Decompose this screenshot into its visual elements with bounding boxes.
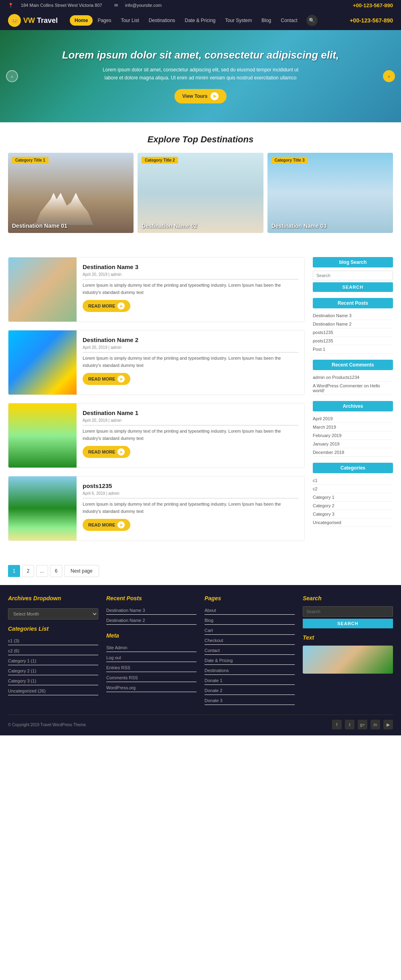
footer-meta-entries-rss[interactable]: Entries RSS [106,665,130,670]
recent-post-link-1[interactable]: Destination Name 3 [313,313,352,318]
archive-link-3[interactable]: February 2019 [313,433,342,438]
blog-section: Destination Name 3 April 20, 2019 | admi… [0,257,401,561]
footer-meta-comments-rss[interactable]: Comments RSS [106,675,138,680]
nav-blog[interactable]: Blog [257,15,276,26]
social-twitter-icon[interactable]: t [345,720,354,729]
footer-cat-link-4[interactable]: Category 2 (1) [8,668,36,673]
footer-page-donate-2[interactable]: Donate 2 [205,688,223,693]
nav-contact[interactable]: Contact [276,15,302,26]
destination-card-3[interactable]: Category Title 3 Destination Name 03 [267,153,393,233]
footer-recent-posts-list: Destination Name 3 Destination Name 2 [106,606,196,625]
list-item: January 2019 [313,440,393,448]
nav-tour-list[interactable]: Tour List [116,15,144,26]
page-btn-2[interactable]: 2 [22,565,34,577]
category-link-6[interactable]: Uncategorised [313,520,341,525]
category-link-3[interactable]: Category 1 [313,495,334,500]
blog-post-3-read-more[interactable]: READ MORE ➤ [83,446,130,458]
footer-cat-link-1[interactable]: c1 (3) [8,638,19,643]
page-btn-6[interactable]: 6 [50,565,62,577]
destination-card-1[interactable]: Category Title 1 Destination Name 01 [8,153,134,233]
hero-next-arrow[interactable]: › [383,70,395,82]
nav-destinations[interactable]: Destinations [144,15,180,26]
nav-search-button[interactable]: 🔍 [306,15,318,26]
social-youtube-icon[interactable]: ▶ [383,720,393,729]
footer-meta-site-admin[interactable]: Site Admin [106,645,128,650]
recent-post-link-4[interactable]: posts1235 [313,338,333,343]
footer-cat-link-5[interactable]: Category 3 (1) [8,678,36,683]
footer-recent-post-2[interactable]: Destination Name 2 [106,618,145,623]
recent-comment-link-1[interactable]: admin on Products1234 [313,375,359,380]
social-googleplus-icon[interactable]: g+ [358,720,367,729]
footer-page-blog[interactable]: Blog [205,618,213,623]
category-link-4[interactable]: Category 2 [313,503,334,508]
list-item: Category 1 (1) [8,657,98,665]
dest-card-3-image [267,153,393,233]
footer-categories-title: Categories List [8,626,98,632]
hero-cta-arrow: ➤ [211,92,219,100]
blog-post-4-thumbnail [8,476,77,541]
footer-cat-link-3[interactable]: Category 1 (1) [8,658,36,663]
footer-recent-post-1[interactable]: Destination Name 3 [106,608,145,613]
footer-categories-list: c1 (3) c2 (6) Category 1 (1) Category 2 … [8,637,98,695]
blog-post-4-image [8,476,77,541]
sidebar-search-button[interactable]: SEARCH [313,282,393,292]
footer-cat-link-6[interactable]: Uncategorized (26) [8,688,46,693]
blog-post-4-read-more[interactable]: READ MORE ➤ [83,519,130,531]
archive-link-1[interactable]: April 2019 [313,416,333,421]
nav-home[interactable]: Home [70,15,93,26]
category-link-1[interactable]: c1 [313,478,318,483]
nav-tour-system[interactable]: Tour System [221,15,257,26]
address-icon: 📍 [8,3,14,8]
recent-post-link-5[interactable]: Post 1 [313,347,325,352]
list-item: Log out [106,654,196,662]
page-btn-dots[interactable]: ... [36,565,48,577]
list-item: c2 [313,485,393,493]
blog-post-2-read-more[interactable]: READ MORE ➤ [83,373,130,385]
list-item: Uncategorized (26) [8,687,98,695]
archive-link-5[interactable]: December 2018 [313,450,344,455]
footer-page-checkout[interactable]: Checkout [205,638,223,643]
category-link-2[interactable]: c2 [313,486,318,491]
recent-post-link-2[interactable]: Destination Name 2 [313,322,352,326]
hero-cta-label: View Tours [182,93,208,99]
destination-card-2[interactable]: Category Title 2 Destination Name 02 [138,153,263,233]
footer-month-select[interactable]: Select Month [8,608,98,620]
recent-comment-link-2[interactable]: A WordPress Commenter on Hello world! [313,383,380,393]
list-item: posts1235 [313,328,393,337]
footer-page-destinations[interactable]: Destinations [205,668,229,673]
social-facebook-icon[interactable]: f [332,720,342,729]
blog-post-1: Destination Name 3 April 20, 2019 | admi… [8,257,305,322]
footer-meta-wordpress[interactable]: WordPress.org [106,685,136,690]
sidebar-search-input[interactable] [313,271,393,280]
nav-date-pricing[interactable]: Date & Pricing [180,15,221,26]
footer-page-cart[interactable]: Cart [205,628,213,633]
footer-page-contact[interactable]: Contact [205,648,220,653]
footer-search-button[interactable]: SEARCH [303,619,393,628]
footer-page-donate-3[interactable]: Donate 3 [205,698,223,703]
blog-post-1-read-more[interactable]: READ MORE ➤ [83,300,130,312]
dest-card-2-name: Destination Name 02 [142,223,197,229]
list-item: Category 1 [313,493,393,502]
footer-page-about[interactable]: About [205,608,216,613]
sidebar-archives-list: April 2019 March 2019 February 2019 Janu… [313,415,393,457]
list-item: Category 3 [313,510,393,518]
category-link-5[interactable]: Category 3 [313,512,334,516]
footer-page-date-pricing[interactable]: Date & Pricing [205,658,233,663]
footer-meta-logout[interactable]: Log out [106,655,121,660]
hero-prev-arrow[interactable]: ‹ [6,70,18,82]
footer-page-donate-1[interactable]: Donate 1 [205,678,223,683]
recent-post-link-3[interactable]: posts1235 [313,330,333,335]
list-item: February 2019 [313,431,393,440]
page-btn-next[interactable]: Next page [64,565,99,577]
logo-brand: Travel [37,16,58,24]
sidebar-recent-posts: Recent Posts Destination Name 3 Destinat… [313,298,393,354]
page-btn-1[interactable]: 1 [8,565,20,577]
social-linkedin-icon[interactable]: in [371,720,380,729]
archive-link-4[interactable]: January 2019 [313,441,340,446]
footer-search-input[interactable] [303,606,393,617]
archive-link-2[interactable]: March 2019 [313,425,336,429]
footer-pages-widget: Pages About Blog Cart Checkout Contact D… [205,595,295,707]
nav-pages[interactable]: Pages [93,15,116,26]
hero-cta-button[interactable]: View Tours ➤ [174,89,227,103]
footer-cat-link-2[interactable]: c2 (6) [8,648,19,653]
